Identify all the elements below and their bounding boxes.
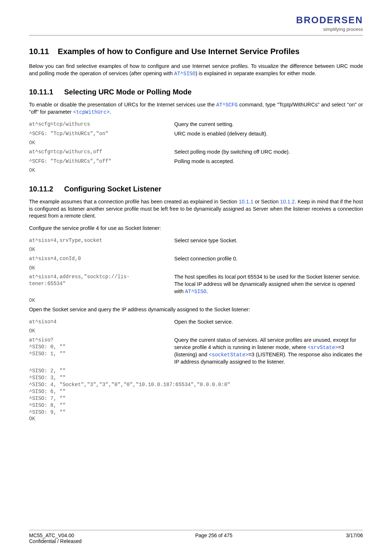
at-siso-link-2[interactable]: AT^SISO [185, 289, 207, 295]
code-row: ^SCFG: "Tcp/WithURCs","on" URC mode is e… [29, 130, 363, 138]
section-link-1012[interactable]: 10.1.2 [280, 199, 295, 204]
code-row: at^siss=4,address,"socktcp://lis- tener:… [29, 274, 363, 295]
code-comment: Query the current setting. [174, 121, 363, 128]
footer: MC55_ATC_V04.00 Confidential / Released … [29, 530, 363, 544]
code-comment: Query the current status of services. Al… [174, 337, 363, 365]
code-row: ^SCFG: "Tcp/WithURCs","off" Polling mode… [29, 158, 363, 165]
s4-left: ^SISO: 0, "" [29, 344, 66, 350]
code-left: OK [29, 265, 174, 272]
footer-left: MC55_ATC_V04.00 Confidential / Released [29, 532, 82, 544]
section-intro: Below you can find selective examples of… [29, 63, 363, 77]
subsection-2-title: Configuring Socket Listener [64, 185, 162, 193]
code-comment [174, 246, 363, 253]
code-row: OK [29, 139, 363, 146]
header-divider [29, 35, 363, 36]
code-left: ^SCFG: "Tcp/WithURCs","on" [29, 130, 174, 138]
code-left: OK [29, 328, 174, 335]
code-row: at^siso=4 Open the Socket service. [29, 319, 363, 326]
header: BRODERSEN simplifying process [29, 15, 363, 32]
code-left: at^siso=4 [29, 319, 174, 326]
code-row: OK [29, 167, 363, 174]
code-comment: Select service type Socket. [174, 237, 363, 244]
at-scfg-link[interactable]: AT^SCFG [216, 102, 238, 108]
section-link-1011[interactable]: 10.1.1 [239, 199, 253, 204]
sub2-p1-b: or Section [253, 199, 280, 204]
code-comment: URC mode is enabled (delivery detault). [174, 130, 363, 138]
code-left: ^SCFG: "Tcp/WithURCs","off" [29, 158, 174, 165]
code-left: OK [29, 167, 174, 174]
subsection-2-number: 10.11.2 [29, 185, 53, 193]
sub2-para1: The example assumes that a connection pr… [29, 198, 363, 220]
code-left: OK [29, 246, 174, 253]
sub2-para3: Open the Socket service and query the IP… [29, 306, 363, 313]
doc-version: MC55_ATC_V04.00 [29, 532, 82, 538]
sub2-para2: Configure the service profile 4 for use … [29, 225, 363, 232]
intro-text-b: ) is explained in separate examples for … [196, 70, 317, 76]
code-left: OK [29, 139, 174, 146]
section-heading: 10.11Examples of how to Configure and Us… [29, 47, 363, 56]
code-comment [174, 328, 363, 335]
code-comment: Polling mode is accepted. [174, 158, 363, 165]
code-comment: Select connection profile 0. [174, 255, 363, 263]
code-row: at^scfg=tcp/withurcs,off Select polling … [29, 149, 363, 156]
section-number: 10.11 [29, 47, 49, 56]
sub2-p1-a: The example assumes that a connection pr… [29, 199, 239, 204]
tagline: simplifying process [323, 27, 363, 32]
footer-page: Page 256 of 475 [195, 532, 233, 544]
code-row: at^siss=4,conId,0 Select connection prof… [29, 255, 363, 263]
code-left: OK [29, 297, 174, 304]
subsection-1-number: 10.11.1 [29, 88, 53, 96]
code-left: at^siss=4,address,"socktcp://lis- tener:… [29, 274, 174, 295]
sub1-para-a: To enable or disable the presentation of… [29, 102, 216, 108]
code-tail: ^SISO: 2, "" ^SISO: 3, "" ^SISO: 4, "Soc… [29, 368, 363, 422]
code-row: OK [29, 297, 363, 304]
srvstate-param[interactable]: <srvState> [308, 345, 338, 351]
code-left: at^siss=4,conId,0 [29, 255, 174, 263]
section-title-text: Examples of how to Configure and Use Int… [58, 47, 299, 56]
code-comment: The host specifies its local port 65534 … [174, 274, 363, 295]
s3-left: at^siso? [29, 337, 53, 343]
code-comment [174, 139, 363, 146]
subsection-1-title: Selecting URC Mode or Polling Mode [64, 88, 192, 96]
s5-left: ^SISO: 1, "" [29, 351, 66, 357]
code-comment: Open the Socket service. [174, 319, 363, 326]
r5-right-b: . [207, 288, 208, 294]
footer-date: 3/17/06 [346, 532, 363, 544]
code-comment [174, 167, 363, 174]
code-row: OK [29, 328, 363, 335]
subsection-1-heading: 10.11.1Selecting URC Mode or Polling Mod… [29, 88, 363, 96]
footer-divider [29, 530, 363, 530]
sub1-para-c: . [110, 109, 111, 115]
logo: BRODERSEN [296, 15, 363, 26]
doc-status: Confidential / Released [29, 538, 82, 544]
tcpwithurc-param[interactable]: <tcpWithUrc> [73, 109, 110, 115]
code-row: at^siss=4,srvType,socket Select service … [29, 237, 363, 244]
code-left: at^siso? ^SISO: 0, "" ^SISO: 1, "" [29, 337, 174, 365]
code-left: at^scfg=tcp/withurcs [29, 121, 174, 128]
code-row: at^siso? ^SISO: 0, "" ^SISO: 1, "" Query… [29, 337, 363, 365]
code-row: at^scfg=tcp/withurcs Query the current s… [29, 121, 363, 128]
code-comment [174, 297, 363, 304]
code-comment [174, 265, 363, 272]
socketstate-param[interactable]: <socketState> [209, 352, 248, 358]
code-left: at^scfg=tcp/withurcs,off [29, 149, 174, 156]
subsection-2-heading: 10.11.2Configuring Socket Listener [29, 185, 363, 193]
code-comment: Select polling mode (by switching off UR… [174, 149, 363, 156]
code-row: OK [29, 265, 363, 272]
code-left: at^siss=4,srvType,socket [29, 237, 174, 244]
code-row: OK [29, 246, 363, 253]
at-siso-link[interactable]: AT^SISO [174, 71, 196, 77]
sub1-para: To enable or disable the presentation of… [29, 101, 363, 116]
